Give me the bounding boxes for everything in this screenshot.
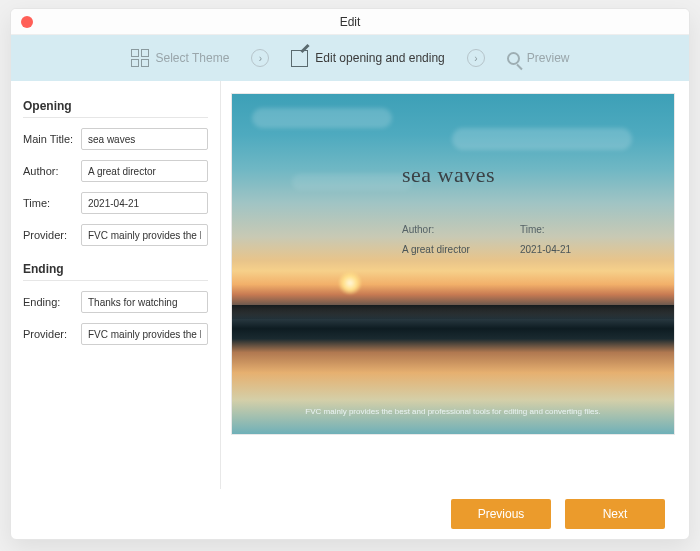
preview-panel: sea waves Author: Time: A great director… [221,81,689,489]
main-title-input[interactable] [81,128,208,150]
search-icon [507,52,520,65]
window-title: Edit [340,15,361,29]
edit-icon [291,50,308,67]
grid-icon [131,49,149,67]
form-panel: Opening Main Title: Author: Time: Provid… [11,81,221,489]
preview-provider-line: FVC mainly provides the best and profess… [232,407,674,416]
close-icon[interactable] [21,16,33,28]
ending-input[interactable] [81,291,208,313]
ending-section-title: Ending [23,262,208,281]
cloud-shape [452,128,632,150]
field-author: Author: [23,160,208,182]
field-provider-opening: Provider: [23,224,208,246]
provider-label: Provider: [23,229,81,241]
previous-button[interactable]: Previous [451,499,551,529]
author-input[interactable] [81,160,208,182]
time-input[interactable] [81,192,208,214]
field-ending: Ending: [23,291,208,313]
step-edit-opening-ending[interactable]: Edit opening and ending [291,50,444,67]
titlebar: Edit [11,9,689,35]
content-area: Opening Main Title: Author: Time: Provid… [11,81,689,489]
step-preview[interactable]: Preview [507,51,570,65]
ending-label: Ending: [23,296,81,308]
preview-time-value: 2021-04-21 [520,244,571,255]
step-label: Select Theme [156,51,230,65]
edit-window: Edit Select Theme › Edit opening and end… [10,8,690,540]
footer-bar: Previous Next [11,489,689,539]
time-label: Time: [23,197,81,209]
author-label: Author: [23,165,81,177]
cloud-shape [252,108,392,128]
chevron-right-icon: › [467,49,485,67]
preview-author-label: Author: [402,224,434,235]
preview-author-value: A great director [402,244,470,255]
opening-section-title: Opening [23,99,208,118]
provider-input-opening[interactable] [81,224,208,246]
provider-input-ending[interactable] [81,323,208,345]
step-bar: Select Theme › Edit opening and ending ›… [11,35,689,81]
next-button[interactable]: Next [565,499,665,529]
chevron-right-icon: › [251,49,269,67]
cloud-shape [292,174,412,190]
field-provider-ending: Provider: [23,323,208,345]
main-title-label: Main Title: [23,133,81,145]
step-label: Preview [527,51,570,65]
preview-time-label: Time: [520,224,545,235]
horizon-shape [232,305,674,319]
provider-label: Provider: [23,328,81,340]
field-time: Time: [23,192,208,214]
step-label: Edit opening and ending [315,51,444,65]
preview-title: sea waves [402,162,495,188]
step-select-theme[interactable]: Select Theme [131,49,230,67]
field-main-title: Main Title: [23,128,208,150]
preview-canvas: sea waves Author: Time: A great director… [231,93,675,435]
sun-shape [338,271,362,295]
